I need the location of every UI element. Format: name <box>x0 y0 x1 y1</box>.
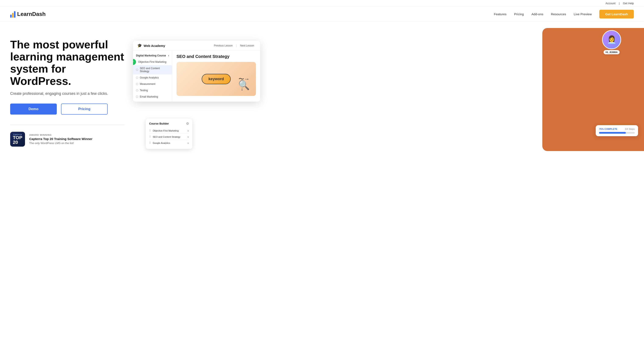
drag-handle-icon: ⠿ <box>149 135 151 138</box>
award-desc: The only WordPress LMS on the list! <box>29 141 92 145</box>
top-bar-separator: | <box>619 2 620 5</box>
hero-right: 👩‍💼 HI, JEMMA 🎓 Web Academy Previous Les… <box>133 34 634 145</box>
get-learndash-button[interactable]: Get LearnDash <box>599 10 634 19</box>
ui-card-header: 🎓 Web Academy Previous Lesson | Next Les… <box>133 41 260 51</box>
hero-heading: The most powerful learning management sy… <box>10 39 124 87</box>
nav-resources[interactable]: Resources <box>551 12 566 16</box>
avatar: 👩‍💼 <box>602 30 621 49</box>
lesson-title: SEO and Content Strategy <box>176 54 256 59</box>
badge-num-text: TOP20 <box>13 135 22 145</box>
greeting-label: HI, JEMMA <box>604 50 620 54</box>
progress-top: 75% COMPLETE 3/4 Steps <box>599 128 635 130</box>
dot-icon <box>136 83 138 85</box>
active-dot-icon <box>136 69 138 71</box>
sidebar-item-label-measurement: Measurement <box>140 83 155 86</box>
sidebar-item-seo[interactable]: SEO and Content Strategy <box>133 65 172 74</box>
logo-bar-2 <box>12 13 14 18</box>
nav-links: Features Pricing Add-ons Resources Live … <box>494 10 634 19</box>
award-text: AWARD WINNING Capterra Top 20 Training S… <box>29 134 92 145</box>
course-builder-card: Course Builder ⚙ ⠿ Objective-First Marke… <box>146 119 192 149</box>
pricing-button[interactable]: Pricing <box>61 104 108 115</box>
sidebar-item-objective[interactable]: ✓ Objective-First Marketing <box>133 59 172 65</box>
demo-button[interactable]: Demo <box>10 104 57 115</box>
navbar: LearnDash Features Pricing Add-ons Resou… <box>0 7 644 22</box>
next-lesson-link[interactable]: Next Lesson <box>238 44 256 47</box>
progress-bar-bg <box>599 132 635 134</box>
hero-left: The most powerful learning management sy… <box>10 34 124 147</box>
builder-item-2[interactable]: ⠿ SEO and Content Strategy ∨ <box>149 134 189 140</box>
course-title: Digital Marketing Course ‹ <box>133 52 172 59</box>
progress-bar-fill <box>599 132 626 134</box>
hero-subheading: Create professional, engaging courses in… <box>10 91 124 96</box>
chevron-down-icon[interactable]: ∨ <box>187 136 189 138</box>
gear-icon[interactable]: ⚙ <box>186 122 189 126</box>
dot-icon <box>136 96 138 98</box>
lesson-visual: keyword 🔍 〜→ ↓ <box>176 62 256 96</box>
progress-card: 75% COMPLETE 3/4 Steps <box>596 125 638 136</box>
logo-bar-1 <box>10 15 12 18</box>
arrow-down-icon: ↓ <box>241 86 243 92</box>
award-row: Capterra TOP20 AWARD WINNING Capterra To… <box>10 132 124 147</box>
ui-card: 🎓 Web Academy Previous Lesson | Next Les… <box>133 41 260 102</box>
account-link[interactable]: Account <box>606 2 616 5</box>
logo-icon <box>10 11 16 18</box>
chevron-down-icon[interactable]: ∨ <box>187 142 189 144</box>
builder-item-1[interactable]: ⠿ Objective-First Marketing ∨ <box>149 128 189 134</box>
sidebar-item-label-objective: Objective-First Marketing <box>138 61 166 63</box>
completed-check-icon: ✓ <box>133 59 136 65</box>
hero-section: The most powerful learning management sy… <box>0 22 644 155</box>
sidebar-item-testing[interactable]: Testing <box>133 87 172 94</box>
dot-icon <box>136 77 138 79</box>
graduation-cap-icon: 🎓 <box>137 43 142 48</box>
award-badge: Capterra TOP20 <box>10 132 25 147</box>
sidebar-item-analytics[interactable]: Google Analytics <box>133 74 172 81</box>
logo-bar-3 <box>14 11 16 18</box>
progress-percent: 75% COMPLETE <box>599 128 617 130</box>
sidebar-item-label-testing: Testing <box>140 89 148 92</box>
hero-buttons: Demo Pricing <box>10 104 124 115</box>
award-title: Capterra Top 20 Training Software Winner <box>29 137 92 141</box>
nav-live-preview[interactable]: Live Preview <box>574 12 592 16</box>
logo[interactable]: LearnDash <box>10 11 46 18</box>
sidebar-item-label-seo: SEO and Content Strategy <box>140 67 169 73</box>
builder-title: Course Builder <box>149 122 169 125</box>
nav-addons[interactable]: Add-ons <box>532 12 544 16</box>
builder-item-label-1: Objective-First Marketing <box>153 129 186 132</box>
builder-item-label-2: SEO and Content Strategy <box>153 136 186 138</box>
chevron-down-icon[interactable]: ∨ <box>187 129 189 132</box>
builder-item-label-3: Google Analytics <box>153 142 186 144</box>
academy-name: Web Academy <box>144 44 165 48</box>
top-bar: Account | Get Help <box>0 0 644 7</box>
course-sidebar: Digital Marketing Course ‹ ✓ Objective-F… <box>133 51 172 102</box>
sidebar-item-measurement[interactable]: Measurement <box>133 81 172 87</box>
progress-steps: 3/4 Steps <box>625 128 635 130</box>
prev-lesson-link[interactable]: Previous Lesson <box>212 44 234 47</box>
logo-text: LearnDash <box>17 11 46 17</box>
lesson-content: SEO and Content Strategy keyword 🔍 〜→ ↓ <box>172 51 260 102</box>
get-help-link[interactable]: Get Help <box>623 2 634 5</box>
lesson-navigation: Previous Lesson | Next Lesson <box>212 44 256 47</box>
builder-item-3[interactable]: ⠿ Google Analytics ∨ <box>149 140 189 146</box>
drag-handle-icon: ⠿ <box>149 141 151 144</box>
sidebar-item-label-email: Email Marketing <box>140 95 158 98</box>
ui-card-body: Digital Marketing Course ‹ ✓ Objective-F… <box>133 51 260 102</box>
keyword-oval: keyword <box>202 74 231 84</box>
squiggle-icon: 〜→ <box>238 75 250 83</box>
dot-icon <box>136 89 138 91</box>
avatar-bubble: 👩‍💼 HI, JEMMA <box>602 30 621 54</box>
sidebar-item-email[interactable]: Email Marketing <box>133 94 172 100</box>
drag-handle-icon: ⠿ <box>149 129 151 132</box>
ui-card-title: 🎓 Web Academy <box>137 43 165 48</box>
collapse-icon[interactable]: ‹ <box>168 54 169 57</box>
divider <box>10 125 124 125</box>
nav-pricing[interactable]: Pricing <box>514 12 524 16</box>
award-label: AWARD WINNING <box>29 134 92 136</box>
sidebar-item-label-analytics: Google Analytics <box>140 76 159 79</box>
builder-header: Course Builder ⚙ <box>149 122 189 126</box>
nav-features[interactable]: Features <box>494 12 506 16</box>
